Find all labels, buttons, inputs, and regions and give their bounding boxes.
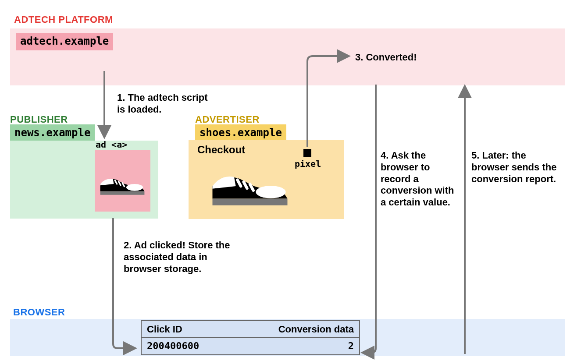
browser-section-title: BROWSER — [13, 307, 65, 318]
step-1-label: 1. The adtech script is loaded. — [117, 92, 209, 116]
browser-storage-table: Click ID Conversion data 200400600 2 — [141, 320, 360, 355]
table-row: 200400600 2 — [142, 338, 359, 354]
checkout-heading: Checkout — [197, 144, 245, 156]
tracking-pixel-icon — [303, 149, 311, 157]
diagram-canvas: ADTECH PLATFORM adtech.example 3. Conver… — [0, 0, 588, 364]
col-header-click-id: Click ID — [147, 324, 182, 335]
svg-point-0 — [126, 184, 143, 191]
col-header-conversion: Conversion data — [278, 324, 354, 335]
svg-point-1 — [256, 186, 285, 198]
table-header-row: Click ID Conversion data — [142, 321, 359, 338]
advertiser-domain-chip: shoes.example — [195, 124, 286, 142]
shoe-icon — [98, 169, 147, 199]
adtech-domain-chip: adtech.example — [16, 33, 113, 50]
adtech-section-title: ADTECH PLATFORM — [14, 14, 113, 25]
step-3-label: 3. Converted! — [355, 52, 417, 64]
product-shoe-icon — [208, 160, 292, 212]
step-2-label: 2. Ad clicked! Store the associated data… — [124, 240, 233, 275]
cell-conversion-value: 2 — [348, 340, 354, 351]
ad-anchor-label: ad <a> — [96, 139, 127, 150]
pixel-label: pixel — [295, 159, 321, 169]
publisher-domain-chip: news.example — [10, 124, 95, 142]
advertiser-section-title: ADVERTISER — [195, 114, 260, 125]
cell-click-id: 200400600 — [147, 340, 199, 351]
step-4-label: 4. Ask the browser to record a conversio… — [381, 150, 460, 209]
publisher-section-title: PUBLISHER — [10, 114, 68, 125]
step-5-label: 5. Later: the browser sends the conversi… — [471, 150, 559, 185]
